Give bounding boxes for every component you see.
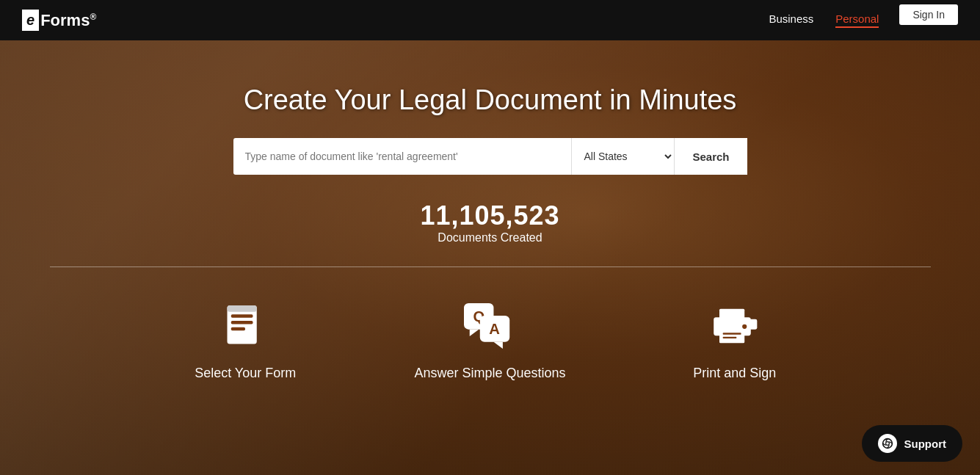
step-answer-questions: Q A Answer Simple Questions [368, 297, 612, 381]
stats-label: Documents Created [420, 231, 559, 244]
hero-title: Create Your Legal Document in Minutes [244, 84, 737, 116]
support-label: Support [904, 438, 947, 450]
support-button[interactable]: Support [862, 425, 963, 462]
logo-forms-text: Forms® [40, 11, 96, 30]
svg-rect-17 [749, 319, 757, 330]
logo-e: e [26, 12, 35, 28]
navbar: e Forms® Business Personal Real Estate S… [0, 0, 980, 40]
svg-point-18 [882, 439, 892, 449]
logo-e-box: e [22, 10, 39, 31]
svg-rect-12 [719, 309, 744, 321]
hero-section: Create Your Legal Document in Minutes Al… [0, 40, 980, 475]
print-icon [705, 297, 764, 355]
svg-rect-13 [719, 330, 744, 344]
svg-rect-1 [231, 314, 253, 317]
svg-marker-6 [470, 330, 479, 336]
svg-rect-3 [231, 327, 245, 330]
step-select-form: Select Your Form [123, 297, 368, 381]
svg-point-19 [885, 442, 889, 446]
svg-marker-9 [494, 342, 503, 349]
search-bar: All States AlabamaAlaskaArizona Arkansas… [233, 138, 747, 175]
nav-business[interactable]: Business [769, 12, 813, 28]
qa-icon: Q A [460, 297, 519, 355]
state-select[interactable]: All States AlabamaAlaskaArizona Arkansas… [571, 138, 674, 175]
hero-content: Create Your Legal Document in Minutes Al… [0, 40, 980, 381]
form-icon [216, 297, 275, 355]
signin-button[interactable]: Sign In [899, 4, 958, 25]
hero-divider [50, 266, 931, 267]
svg-rect-4 [228, 305, 257, 312]
svg-point-16 [742, 324, 747, 329]
search-input[interactable] [233, 138, 572, 175]
svg-rect-2 [231, 321, 253, 324]
stats-number: 11,105,523 [420, 200, 559, 231]
step-select-form-label: Select Your Form [195, 366, 296, 381]
logo[interactable]: e Forms® [22, 10, 96, 31]
support-icon [878, 434, 897, 453]
svg-rect-15 [722, 337, 736, 338]
steps-row: Select Your Form Q A [123, 297, 857, 381]
svg-text:A: A [490, 321, 501, 337]
nav-personal[interactable]: Personal [835, 12, 879, 28]
step-print-sign-label: Print and Sign [693, 366, 776, 381]
step-print-sign: Print and Sign [612, 297, 857, 381]
svg-rect-14 [722, 333, 741, 334]
stats-area: 11,105,523 Documents Created [420, 200, 559, 244]
search-button[interactable]: Search [674, 138, 747, 175]
step-answer-questions-label: Answer Simple Questions [414, 366, 565, 381]
